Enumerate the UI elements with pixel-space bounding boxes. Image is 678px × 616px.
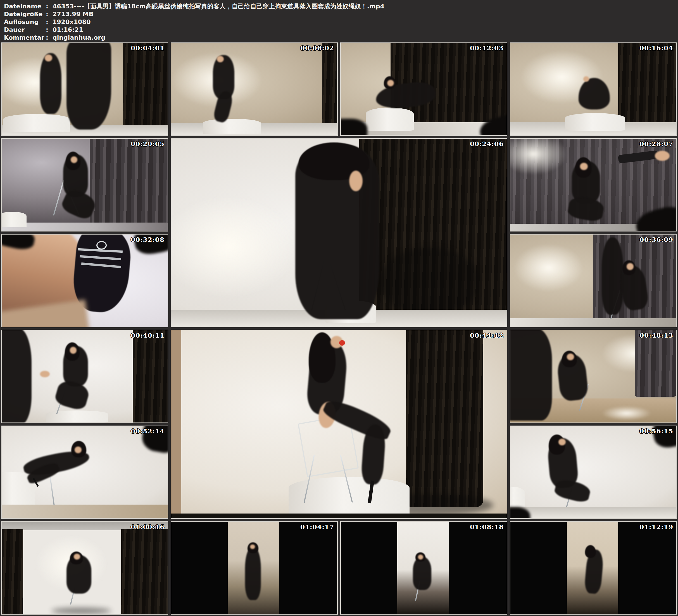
meta-row-filesize: Dateigröße : 2713.99 MB bbox=[4, 10, 678, 18]
thumbnail-image bbox=[171, 139, 507, 327]
meta-row-duration: Dauer : 01:16:21 bbox=[4, 26, 678, 34]
pedestal-prop bbox=[46, 411, 108, 422]
timestamp-overlay: 00:16:04 bbox=[639, 44, 673, 51]
curtain-drape bbox=[2, 529, 23, 614]
curtain-drape bbox=[406, 330, 483, 507]
timestamp-overlay: 01:00:16 bbox=[131, 523, 164, 530]
curtain-drape bbox=[323, 43, 337, 124]
video-thumbnail-8: 00:32:08 bbox=[1, 234, 168, 327]
meta-value-duration: 01:16:21 bbox=[52, 26, 83, 34]
pedestal-prop bbox=[565, 113, 625, 131]
timestamp-overlay: 01:12:19 bbox=[639, 523, 673, 530]
pedestal-prop bbox=[2, 211, 27, 227]
thumbnail-image bbox=[511, 522, 676, 614]
timestamp-overlay: 00:48:13 bbox=[639, 332, 673, 339]
video-thumbnail-6-large: 00:24:06 bbox=[171, 138, 507, 327]
figure-silhouette bbox=[2, 330, 32, 422]
thumbnail-image bbox=[2, 426, 167, 518]
video-thumbnail-15: 01:00:16 bbox=[1, 521, 168, 615]
face-highlight bbox=[387, 80, 394, 86]
curtain-drape bbox=[123, 43, 167, 132]
floor-tan bbox=[2, 505, 167, 518]
timestamp-overlay: 00:28:07 bbox=[639, 140, 673, 147]
video-thumbnail-10: 00:40:11 bbox=[1, 330, 168, 423]
studio-floor bbox=[511, 507, 676, 518]
thumbnail-image bbox=[511, 235, 676, 327]
meta-label: Auflösung bbox=[4, 18, 46, 26]
timestamp-overlay: 00:04:01 bbox=[131, 44, 164, 51]
curtain-drape bbox=[121, 529, 167, 614]
studio-floor bbox=[2, 223, 167, 231]
figure-silhouette bbox=[511, 330, 552, 421]
thumbnail-image bbox=[341, 43, 507, 135]
meta-label: Dateigröße bbox=[4, 10, 46, 18]
meta-value-filesize: 2713.99 MB bbox=[52, 10, 93, 18]
thumbnail-image bbox=[511, 139, 676, 231]
video-thumbnail-12: 00:48:13 bbox=[510, 330, 677, 423]
face-highlight bbox=[74, 554, 80, 560]
file-metadata-header: Dateiname : 46353----【面具男】诱骗18cm高跟黑丝伪娘纯拍… bbox=[0, 0, 678, 41]
meta-value-resolution: 1920x1080 bbox=[52, 18, 91, 26]
timestamp-overlay: 00:32:08 bbox=[131, 236, 164, 243]
meta-label: Dauer bbox=[4, 26, 46, 34]
video-thumbnail-18: 01:12:19 bbox=[510, 521, 677, 615]
video-thumbnail-14: 00:56:15 bbox=[510, 426, 677, 519]
thumbnail-image bbox=[171, 330, 507, 518]
timestamp-overlay: 00:12:03 bbox=[470, 44, 504, 51]
hair-shape bbox=[585, 545, 596, 558]
meta-separator: : bbox=[46, 34, 52, 42]
figure-silhouette bbox=[245, 547, 261, 600]
curtain-drape bbox=[90, 139, 167, 225]
skin-highlight bbox=[349, 170, 363, 191]
meta-label: Kommentar bbox=[4, 34, 46, 42]
video-thumbnail-17: 01:08:18 bbox=[340, 521, 507, 615]
thumbnail-image bbox=[2, 235, 167, 327]
pedestal-prop bbox=[3, 114, 70, 132]
curtain-drape bbox=[635, 330, 677, 397]
studio-floor bbox=[511, 318, 676, 327]
figure-silhouette bbox=[413, 557, 431, 590]
light-glow bbox=[2, 57, 76, 108]
face-highlight bbox=[580, 163, 588, 170]
timestamp-overlay: 00:20:05 bbox=[131, 140, 164, 147]
figure-silhouette bbox=[40, 53, 62, 114]
curtain-drape bbox=[133, 330, 167, 422]
meta-row-comment: Kommentar : qinglanhua.org bbox=[4, 34, 678, 42]
light-glow bbox=[171, 195, 299, 299]
video-thumbnail-1: 00:04:01 bbox=[1, 42, 168, 136]
gag-ball-detail bbox=[339, 340, 345, 346]
face-highlight bbox=[45, 54, 52, 62]
thumbnail-image bbox=[171, 522, 337, 614]
timestamp-overlay: 00:08:02 bbox=[300, 44, 334, 51]
meta-row-resolution: Auflösung : 1920x1080 bbox=[4, 18, 678, 26]
pedestal-prop bbox=[366, 108, 414, 131]
shadow-blob bbox=[379, 248, 480, 315]
timestamp-overlay: 00:56:15 bbox=[639, 427, 673, 434]
curtain-drape bbox=[618, 43, 676, 123]
meta-value-filename: 46353----【面具男】诱骗18cm高跟黑丝伪娘纯拍写真的客人，自己给自己穿… bbox=[52, 2, 384, 10]
timestamp-overlay: 00:40:11 bbox=[131, 332, 164, 339]
video-thumbnail-13: 00:52:14 bbox=[1, 426, 168, 519]
meta-separator: : bbox=[46, 2, 52, 10]
video-thumbnail-5: 00:20:05 bbox=[1, 138, 168, 231]
thumbnail-image bbox=[2, 139, 167, 231]
meta-separator: : bbox=[46, 10, 52, 18]
thumbnail-image bbox=[511, 426, 676, 518]
light-patch bbox=[602, 406, 651, 421]
thumbnail-image bbox=[2, 330, 167, 422]
meta-value-comment: qinglanhua.org bbox=[52, 34, 105, 42]
backdrop-wall bbox=[511, 426, 676, 518]
figure-silhouette bbox=[602, 237, 623, 315]
video-thumbnail-3: 00:12:03 bbox=[340, 42, 507, 136]
thumbnail-image bbox=[2, 43, 167, 135]
video-thumbnail-9: 00:36:09 bbox=[510, 234, 677, 327]
timestamp-overlay: 01:08:18 bbox=[470, 523, 504, 530]
video-thumbnail-16: 01:04:17 bbox=[171, 521, 338, 615]
video-thumbnail-7: 00:28:07 bbox=[510, 138, 677, 231]
pedestal-prop bbox=[289, 477, 409, 516]
wall-edge bbox=[171, 330, 181, 518]
thumbnail-image bbox=[511, 330, 676, 422]
timestamp-overlay: 00:52:14 bbox=[131, 427, 164, 434]
contact-sheet: Dateiname : 46353----【面具男】诱骗18cm高跟黑丝伪娘纯拍… bbox=[0, 0, 678, 616]
light-glow bbox=[514, 244, 583, 292]
